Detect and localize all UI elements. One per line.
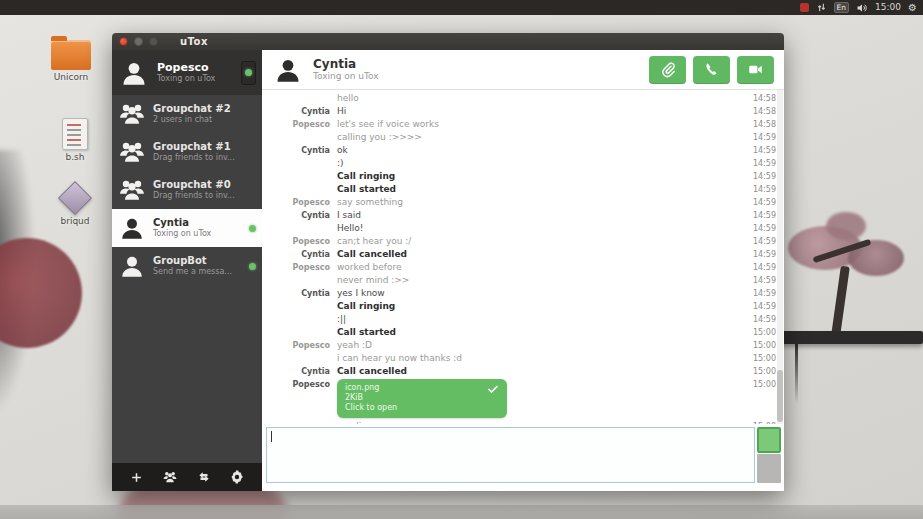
session-gear-icon[interactable]: ⚙ — [908, 0, 917, 15]
desktop-icon-gem[interactable]: briqud — [42, 178, 108, 226]
message-author: Cyntia — [262, 287, 330, 300]
file-open-hint: Click to open — [345, 403, 499, 413]
chat-message-row: sending you a png15:00 — [262, 420, 784, 424]
tray-app-icon[interactable] — [800, 3, 809, 12]
message-text: Hi — [330, 105, 750, 117]
message-author: Cyntia — [262, 209, 330, 222]
settings-button[interactable] — [224, 467, 250, 487]
message-text: Hello! — [330, 222, 750, 234]
file-transfer-box[interactable]: icon.png2KiBClick to open — [337, 379, 507, 418]
message-input[interactable] — [266, 427, 755, 483]
file-transfer-row: Popescoicon.png2KiBClick to open15:00 — [262, 378, 784, 420]
message-text: :|| — [330, 313, 750, 325]
self-profile[interactable]: Popesco Toxing on uTox — [112, 50, 262, 95]
chat-message-row: Hello!14:59 — [262, 222, 784, 235]
message-author — [262, 274, 330, 275]
clock[interactable]: 15:00 — [875, 0, 901, 15]
contact-item-groupchat-0[interactable]: Groupchat #0Drag friends to inv... — [112, 171, 262, 209]
wallpaper-bonsai-branch — [813, 239, 872, 263]
message-author — [262, 157, 330, 158]
scrollbar-thumb[interactable] — [777, 370, 783, 422]
message-text: say something — [330, 196, 750, 208]
chat-panel: Cyntia Toxing on uTox hello14:58CyntiaHi… — [262, 50, 784, 491]
peer-avatar-icon — [272, 54, 304, 86]
message-text: can;t hear you :/ — [330, 235, 750, 247]
create-group-button[interactable] — [157, 467, 183, 487]
wallpaper-bonsai-foliage — [788, 226, 862, 270]
chat-message-row: Popescoyeah :D15:00 — [262, 339, 784, 352]
contact-list: Groupchat #22 users in chatGroupchat #1D… — [112, 95, 262, 285]
wallpaper-maroon-circle — [0, 238, 82, 348]
chat-message-row: Cyntiaok14:59 — [262, 144, 784, 157]
self-status-toggle[interactable] — [241, 61, 256, 85]
message-author: Popesco — [262, 118, 330, 131]
contact-item-groupchat-2[interactable]: Groupchat #22 users in chat — [112, 95, 262, 133]
message-text: Call started — [330, 183, 750, 195]
contact-status: 2 users in chat — [153, 115, 231, 125]
add-friend-button[interactable] — [124, 467, 150, 487]
online-dot-icon — [245, 69, 252, 76]
wallpaper-shelf — [768, 331, 923, 344]
chat-message-row: Call ringing14:59 — [262, 170, 784, 183]
message-text: yeah :D — [330, 339, 750, 351]
message-text: :) — [330, 157, 750, 169]
message-author: Cyntia — [262, 105, 330, 118]
minimize-button[interactable] — [134, 37, 143, 46]
chat-message-row: CyntiaCall cancelled14:59 — [262, 248, 784, 261]
voice-call-button[interactable] — [693, 56, 730, 84]
text-caret — [271, 431, 272, 442]
message-author — [262, 170, 330, 171]
peer-status: Toxing on uTox — [313, 71, 379, 82]
contact-item-groupchat-1[interactable]: Groupchat #1Drag friends to inv... — [112, 133, 262, 171]
wallpaper-bottom-band — [0, 505, 923, 519]
keyboard-layout-indicator[interactable]: En — [834, 2, 850, 13]
chat-message-row: Call ringing14:59 — [262, 300, 784, 313]
message-text: calling you :>>>> — [330, 131, 750, 143]
self-name: Popesco — [157, 62, 215, 74]
contact-name: GroupBot — [153, 255, 232, 267]
message-author — [262, 222, 330, 223]
contact-item-cyntia[interactable]: CyntiaToxing on uTox — [112, 209, 262, 247]
messages-scrollbar[interactable] — [777, 90, 783, 424]
send-button[interactable] — [757, 427, 781, 453]
attach-file-button[interactable] — [649, 56, 686, 84]
message-history[interactable]: hello14:58CyntiaHi14:58Popescolet's see … — [262, 90, 784, 424]
desktop-icon-script[interactable]: b.sh — [42, 114, 108, 162]
contact-status: Send me a messa... — [153, 267, 232, 277]
wallpaper-bonsai-foliage — [848, 240, 904, 276]
close-button[interactable] — [119, 37, 128, 46]
chat-message-row: :||14:59 — [262, 313, 784, 326]
chat-message-row: Popescolet's see if voice works14:58 — [262, 118, 784, 131]
folder-icon — [51, 40, 91, 70]
desktop-screen: En 15:00 ⚙ Unicorn b.sh briqud uTox — [0, 0, 923, 519]
window-titlebar[interactable]: uTox — [112, 33, 784, 50]
sidebar-toolbar — [112, 463, 262, 491]
compose-area — [262, 424, 784, 491]
message-author — [262, 326, 330, 327]
file-size: 2KiB — [345, 393, 499, 403]
desktop-icon-label: briqud — [42, 216, 108, 226]
message-author: Cyntia — [262, 248, 330, 261]
volume-icon[interactable] — [856, 2, 868, 14]
message-author — [262, 131, 330, 132]
wallpaper-bonsai-trunk — [831, 266, 850, 337]
message-text: I said — [330, 209, 750, 221]
input-scrollbar[interactable] — [757, 454, 781, 483]
network-icon[interactable] — [816, 2, 827, 13]
message-text: let's see if voice works — [330, 118, 750, 130]
group-icon — [118, 176, 146, 204]
group-icon — [118, 138, 146, 166]
video-call-button[interactable] — [737, 56, 774, 84]
window-title: uTox — [180, 36, 208, 47]
chat-header: Cyntia Toxing on uTox — [262, 50, 784, 90]
file-transfers-button[interactable] — [191, 467, 217, 487]
person-icon — [118, 252, 146, 280]
desktop-icon-unicorn[interactable]: Unicorn — [38, 34, 104, 82]
message-text: worked before — [330, 261, 750, 273]
group-icon — [118, 100, 146, 128]
message-author: Popesco — [262, 196, 330, 209]
message-author — [262, 300, 330, 301]
diamond-icon — [58, 181, 92, 215]
contact-item-groupbot[interactable]: GroupBotSend me a messa... — [112, 247, 262, 285]
maximize-button[interactable] — [149, 37, 158, 46]
